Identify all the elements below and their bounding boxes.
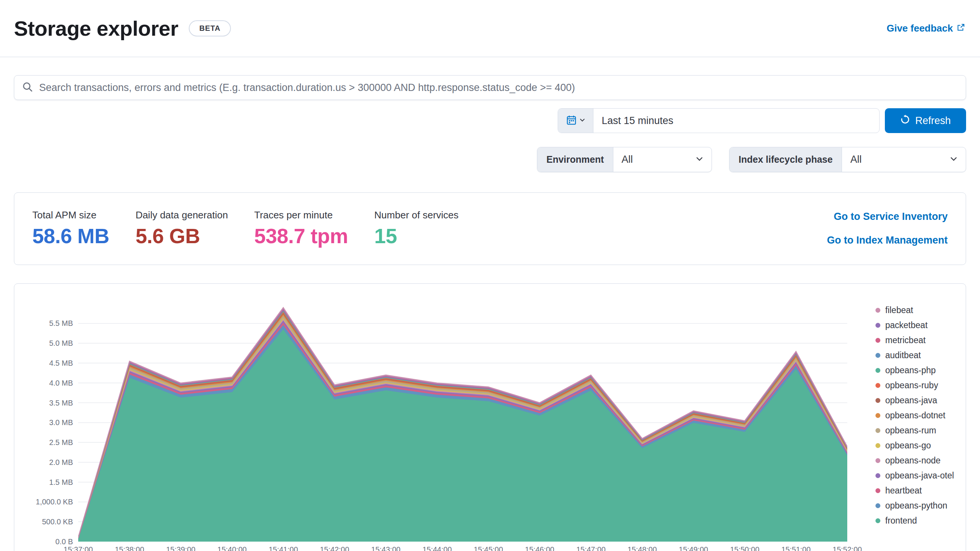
environment-filter: Environment All [537, 147, 712, 172]
y-axis-label: 2.0 MB [16, 458, 73, 467]
stat-label: Number of services [374, 210, 458, 221]
legend-item-heartbeat[interactable]: heartbeat [875, 486, 954, 495]
legend-item-opbeans-dotnet[interactable]: opbeans-dotnet [875, 411, 954, 420]
x-axis-label: 15:42:00 [320, 545, 349, 551]
calendar-icon [566, 115, 576, 126]
legend-label: packetbeat [885, 321, 928, 330]
y-axis-label: 1.5 MB [16, 478, 73, 486]
stat-value: 15 [374, 224, 458, 248]
refresh-label: Refresh [915, 115, 951, 127]
x-axis-label: 15:43:00 [371, 545, 401, 551]
stacked-area-chart[interactable] [78, 299, 847, 541]
stat-value: 58.6 MB [32, 224, 109, 248]
x-axis-label: 15:50:00 [730, 545, 759, 551]
legend-dot [875, 518, 880, 523]
stat-total-apm-size: Total APM size 58.6 MB [32, 210, 109, 248]
legend-dot [875, 473, 880, 478]
x-axis-label: 15:52:00 [833, 545, 862, 551]
y-axis-label: 4.0 MB [16, 379, 73, 387]
legend-label: opbeans-java-otel [885, 471, 954, 480]
legend-item-opbeans-php[interactable]: opbeans-php [875, 366, 954, 375]
environment-select[interactable]: All [613, 147, 711, 172]
index-lifecycle-phase-label: Index lifecycle phase [730, 147, 842, 172]
legend-label: heartbeat [885, 486, 922, 495]
x-axis-label: 15:46:00 [525, 545, 554, 551]
legend-dot [875, 353, 880, 358]
date-range-value[interactable]: Last 15 minutes [593, 109, 879, 133]
legend-item-opbeans-node[interactable]: opbeans-node [875, 456, 954, 465]
stat-daily-data-generation: Daily data generation 5.6 GB [135, 210, 228, 248]
x-axis-label: 15:48:00 [628, 545, 657, 551]
legend-item-opbeans-java[interactable]: opbeans-java [875, 396, 954, 405]
index-lifecycle-phase-filter: Index lifecycle phase All [729, 147, 966, 172]
legend-item-frontend[interactable]: frontend [875, 516, 954, 525]
chevron-down-icon [579, 117, 585, 124]
title-row: Storage explorer BETA [14, 16, 231, 41]
stat-label: Traces per minute [254, 210, 348, 221]
page-content: Last 15 minutes Refresh Environment All [0, 75, 980, 551]
legend-dot [875, 488, 880, 493]
external-link-icon [957, 22, 965, 34]
x-axis-label: 15:40:00 [217, 545, 247, 551]
legend-item-auditbeat[interactable]: auditbeat [875, 351, 954, 360]
legend-label: filebeat [885, 306, 913, 314]
legend-dot [875, 503, 880, 508]
legend-item-opbeans-ruby[interactable]: opbeans-ruby [875, 381, 954, 390]
legend-item-metricbeat[interactable]: metricbeat [875, 336, 954, 345]
search-input[interactable] [39, 82, 958, 94]
legend-dot [875, 413, 880, 418]
search-icon [22, 81, 33, 94]
legend-item-opbeans-go[interactable]: opbeans-go [875, 441, 954, 450]
date-quick-select-button[interactable] [558, 109, 593, 133]
go-to-index-management-link[interactable]: Go to Index Management [827, 235, 948, 246]
y-axis-label: 5.5 MB [16, 319, 73, 327]
refresh-button[interactable]: Refresh [885, 108, 966, 133]
x-axis-label: 15:47:00 [576, 545, 605, 551]
legend-item-opbeans-java-otel[interactable]: opbeans-java-otel [875, 471, 954, 480]
legend-dot [875, 383, 880, 388]
stat-links: Go to Service Inventory Go to Index Mana… [827, 210, 948, 248]
legend-item-opbeans-python[interactable]: opbeans-python [875, 501, 954, 510]
legend-item-packetbeat[interactable]: packetbeat [875, 321, 954, 330]
legend-item-filebeat[interactable]: filebeat [875, 306, 954, 314]
legend-dot [875, 308, 880, 313]
legend-dot [875, 443, 880, 448]
date-row: Last 15 minutes Refresh [14, 108, 966, 133]
x-axis-label: 15:49:00 [679, 545, 708, 551]
y-axis-label: 0.0 B [16, 537, 73, 546]
y-axis-label: 4.5 MB [16, 359, 73, 367]
legend-item-opbeans-rum[interactable]: opbeans-rum [875, 426, 954, 435]
beta-badge: BETA [189, 20, 231, 37]
give-feedback-link[interactable]: Give feedback [887, 22, 965, 34]
legend-label: opbeans-dotnet [885, 411, 945, 420]
go-to-service-inventory-link[interactable]: Go to Service Inventory [834, 211, 948, 222]
area-frontend[interactable] [78, 329, 847, 541]
x-axis-label: 15:51:00 [781, 545, 811, 551]
summary-stats-panel: Total APM size 58.6 MB Daily data genera… [14, 192, 966, 265]
x-axis-label: 15:44:00 [422, 545, 452, 551]
give-feedback-label: Give feedback [887, 22, 953, 34]
legend-dot [875, 458, 880, 463]
search-bar[interactable] [14, 75, 966, 100]
y-axis-label: 5.0 MB [16, 339, 73, 347]
stat-value: 538.7 tpm [254, 224, 348, 248]
legend-dot [875, 368, 880, 373]
legend-dot [875, 338, 880, 343]
index-lifecycle-phase-select[interactable]: All [842, 147, 966, 172]
x-axis-label: 15:41:00 [269, 545, 298, 551]
index-lifecycle-phase-value: All [850, 154, 862, 165]
environment-label: Environment [538, 147, 613, 172]
page-header: Storage explorer BETA Give feedback [0, 0, 980, 57]
environment-value: All [622, 154, 633, 165]
chevron-down-icon [696, 154, 703, 165]
legend-label: opbeans-php [885, 366, 935, 375]
legend-label: opbeans-go [885, 441, 931, 450]
stat-label: Total APM size [32, 210, 109, 221]
stat-label: Daily data generation [135, 210, 228, 221]
chevron-down-icon [950, 154, 958, 165]
y-axis-label: 3.0 MB [16, 418, 73, 427]
legend-label: opbeans-ruby [885, 381, 938, 390]
legend-label: opbeans-java [885, 396, 937, 405]
x-axis-label: 15:37:00 [64, 545, 93, 551]
y-axis-label: 500.0 KB [16, 518, 73, 526]
